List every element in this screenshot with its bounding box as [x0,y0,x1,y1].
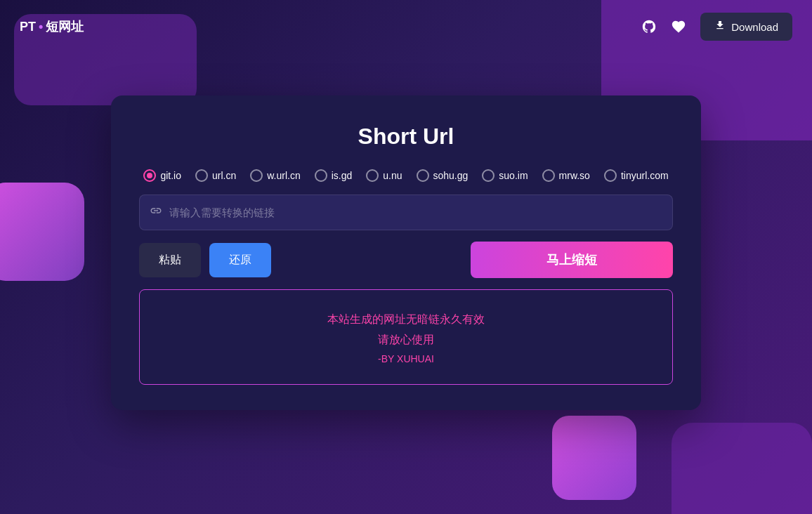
url-input[interactable] [169,195,662,230]
main-container: Short Url git.io url.cn w.url.cn is.gd u… [0,95,812,410]
radio-label-u-nu: u.nu [383,170,402,181]
radio-tinyurl[interactable] [604,169,617,182]
radio-label-sohu-gg: sohu.gg [433,170,469,181]
short-url-card: Short Url git.io url.cn w.url.cn is.gd u… [111,95,701,410]
info-author: -BY XUHUAI [154,353,658,364]
logo-pt: PT [20,20,36,34]
header: PT • 短网址 Download [0,0,812,53]
url-input-container [139,195,673,230]
radio-label-suo-im: suo.im [499,170,528,181]
radio-option-is-gd[interactable]: is.gd [315,169,353,182]
radio-label-mrw-so: mrw.so [559,170,590,181]
radio-option-git-io[interactable]: git.io [143,169,181,182]
restore-button[interactable]: 还原 [209,243,271,277]
service-radio-group: git.io url.cn w.url.cn is.gd u.nu sohu.g… [139,169,673,182]
logo: PT • 短网址 [20,18,84,35]
radio-url-cn[interactable] [195,169,208,182]
download-button[interactable]: Download [700,13,792,41]
radio-label-git-io: git.io [160,170,181,181]
action-row: 粘贴 还原 马上缩短 [139,242,673,278]
paste-button[interactable]: 粘贴 [139,243,201,277]
radio-option-sohu-gg[interactable]: sohu.gg [417,169,469,182]
radio-option-url-cn[interactable]: url.cn [195,169,236,182]
radio-option-mrw-so[interactable]: mrw.so [542,169,590,182]
radio-is-gd[interactable] [315,169,327,182]
radio-option-tinyurl[interactable]: tinyurl.com [604,169,669,182]
github-icon[interactable] [641,19,657,34]
radio-option-u-nu[interactable]: u.nu [366,169,402,182]
radio-w-url-cn[interactable] [250,169,263,182]
radio-label-w-url-cn: w.url.cn [267,170,300,181]
radio-u-nu[interactable] [366,169,379,182]
link-icon [150,204,162,220]
radio-sohu-gg[interactable] [417,169,429,182]
radio-git-io[interactable] [143,169,156,182]
radio-option-w-url-cn[interactable]: w.url.cn [250,169,300,182]
radio-option-suo-im[interactable]: suo.im [482,169,528,182]
download-label: Download [731,21,778,33]
radio-label-tinyurl: tinyurl.com [621,170,669,181]
radio-label-is-gd: is.gd [332,170,353,181]
bg-blob-bottom-right [552,416,636,500]
radio-mrw-so[interactable] [542,169,555,182]
radio-suo-im[interactable] [482,169,495,182]
info-line-2: 请放心使用 [154,330,658,350]
logo-separator: • [39,20,43,34]
logo-subtitle: 短网址 [46,18,84,35]
card-title: Short Url [139,124,673,150]
info-box: 本站生成的网址无暗链永久有效 请放心使用 -BY XUHUAI [139,289,673,385]
bg-blob-bottom-far-right [672,423,812,514]
download-icon [714,20,726,34]
shorten-button[interactable]: 马上缩短 [471,242,673,278]
header-right: Download [641,13,792,41]
radio-label-url-cn: url.cn [212,170,236,181]
heart-icon[interactable] [671,19,686,34]
info-line-1: 本站生成的网址无暗链永久有效 [154,310,658,330]
